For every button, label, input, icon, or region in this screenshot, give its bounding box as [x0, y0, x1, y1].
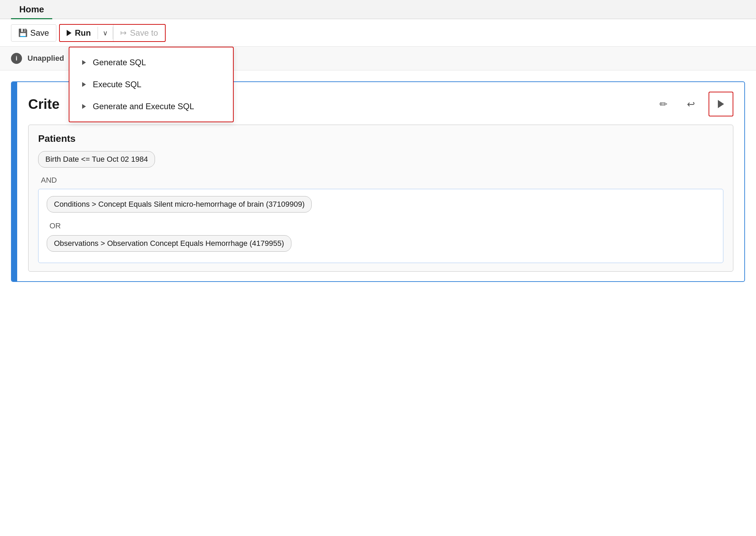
dropdown-generate-execute-sql[interactable]: Generate and Execute SQL	[69, 95, 233, 117]
run-main-button[interactable]: Run	[60, 25, 98, 41]
generate-sql-play-icon	[80, 59, 87, 66]
criteria-edit-button[interactable]: ✏	[654, 94, 673, 114]
patients-box: Patients Birth Date <= Tue Oct 02 1984 A…	[28, 125, 733, 272]
criteria-run-play-icon	[718, 100, 724, 108]
criteria-undo-button[interactable]: ↩	[681, 94, 700, 114]
save-to-label: Save to	[130, 28, 158, 38]
tab-bar: Home	[0, 0, 756, 19]
run-label: Run	[75, 28, 91, 38]
run-button-group: Run ∨ ↦ Save to	[59, 24, 166, 42]
run-chevron-button[interactable]: ∨	[98, 25, 113, 41]
dropdown-generate-sql[interactable]: Generate SQL	[69, 52, 233, 73]
observations-chip[interactable]: Observations > Observation Concept Equal…	[47, 235, 291, 252]
nested-group: Conditions > Concept Equals Silent micro…	[38, 189, 723, 263]
execute-sql-label: Execute SQL	[93, 80, 141, 89]
patients-title: Patients	[38, 133, 723, 144]
info-icon: i	[11, 53, 22, 64]
run-play-icon	[67, 30, 71, 36]
pencil-icon: ✏	[659, 99, 667, 110]
run-dropdown-menu: Generate SQL Execute SQL Generate and Ex…	[69, 47, 234, 122]
criteria-title: Crite	[28, 96, 59, 112]
app-container: Home 💾 Save Run ∨ ↦ Save to	[0, 0, 756, 536]
save-icon: 💾	[18, 28, 27, 37]
criteria-left-bar	[12, 82, 17, 281]
save-to-button[interactable]: ↦ Save to	[113, 25, 165, 41]
generate-execute-sql-play-icon	[80, 103, 87, 110]
chevron-down-icon: ∨	[103, 29, 108, 37]
generate-execute-sql-label: Generate and Execute SQL	[93, 102, 194, 111]
conditions-chip[interactable]: Conditions > Concept Equals Silent micro…	[47, 196, 312, 213]
birth-date-chip[interactable]: Birth Date <= Tue Oct 02 1984	[38, 151, 155, 168]
or-label: OR	[49, 221, 715, 230]
main-content: Crite ✏ ↩	[0, 70, 756, 536]
execute-sql-play-icon	[80, 81, 87, 88]
and-label: AND	[41, 176, 723, 185]
dropdown-execute-sql[interactable]: Execute SQL	[69, 73, 233, 95]
tab-home[interactable]: Home	[11, 1, 52, 19]
generate-sql-label: Generate SQL	[93, 58, 146, 67]
criteria-run-button[interactable]	[709, 92, 733, 116]
save-to-arrow-icon: ↦	[120, 28, 126, 37]
undo-icon: ↩	[687, 99, 695, 110]
save-label: Save	[30, 28, 49, 38]
toolbar: 💾 Save Run ∨ ↦ Save to	[0, 19, 756, 47]
save-button[interactable]: 💾 Save	[11, 24, 56, 42]
criteria-actions: ✏ ↩	[654, 92, 733, 116]
info-prefix: Unapplied	[27, 54, 64, 63]
